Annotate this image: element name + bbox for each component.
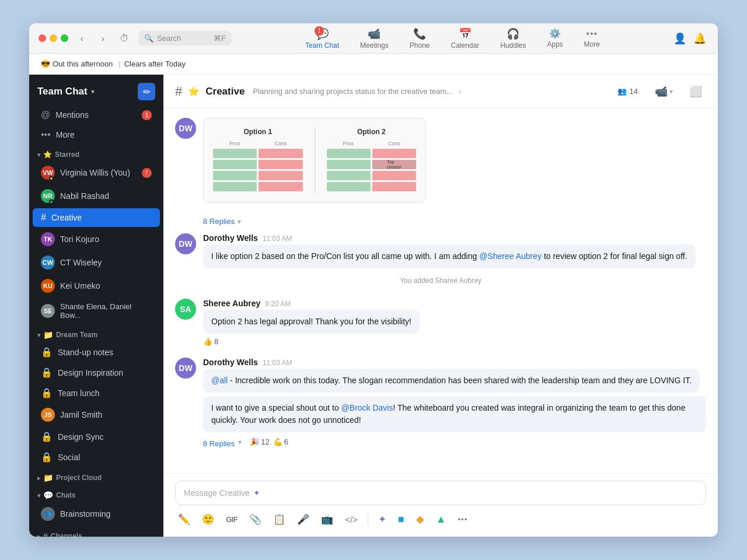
replies-button-3[interactable]: 8 Replies (203, 439, 235, 448)
sidebar-item-mentions[interactable]: @ Mentions 1 (33, 106, 160, 124)
chats-label: Chats (56, 491, 75, 499)
avatar-shante: SE (41, 304, 55, 318)
search-shortcut: ⌘F (214, 34, 226, 43)
nav-item-huddles[interactable]: 🎧 Huddles (492, 25, 534, 52)
msg-time-2: 9:20 AM (265, 300, 291, 308)
sidebar-item-kei[interactable]: KU Kei Umeko (33, 275, 160, 297)
gif-button[interactable]: GIF (224, 513, 239, 526)
ai-button[interactable]: ✦ (376, 512, 388, 527)
titlebar-right: 👤 🔔 (673, 32, 708, 45)
chats-section[interactable]: ▾ 💬 Chats (29, 485, 163, 502)
nav-item-meetings[interactable]: 📹 Meetings (352, 25, 397, 52)
virginia-badge: ! (142, 168, 152, 178)
minimize-button[interactable] (50, 34, 57, 42)
nav-item-calendar[interactable]: 📅 Calendar (443, 25, 488, 52)
sidebar-item-more[interactable]: ••• More (33, 125, 160, 144)
history-button[interactable]: ⏱ (116, 30, 132, 47)
creative-label: Creative (51, 213, 82, 222)
msg-bubble-3b: I want to give a special shout out to @B… (203, 396, 706, 432)
messages-area[interactable]: DW Option 1 Pros (163, 108, 718, 473)
avatar-jamil: JS (41, 408, 55, 422)
nav-item-more[interactable]: ••• More (576, 26, 608, 51)
more-dots-icon: ••• (41, 130, 51, 140)
sidebar-item-shante[interactable]: SE Shante Elena, Daniel Bow... (33, 298, 160, 324)
option1-col: Option 1 Pros Cons (213, 128, 303, 193)
sidebar-item-team-lunch[interactable]: 🔒 Team lunch (33, 383, 160, 402)
clip-button[interactable]: 📋 (271, 512, 287, 527)
ct-label: CT Wiseley (60, 258, 102, 267)
traffic-lights (39, 34, 68, 42)
video-call-button[interactable]: 📹 ▾ (651, 82, 677, 101)
search-bar[interactable]: 🔍 Search ⌘F (138, 31, 232, 46)
avatar-ct: CW (41, 256, 55, 270)
sidebar-item-brainstorming[interactable]: 👥 Brainstorming (33, 503, 160, 525)
sidebar-item-virginia[interactable]: VW Virginia Willis (You) ! (33, 162, 160, 184)
format-button[interactable]: ✏️ (176, 512, 192, 527)
project-cloud-section[interactable]: ▸ 📁 Project Cloud (29, 467, 163, 485)
attach-button[interactable]: 📎 (247, 512, 263, 527)
option2-col-labels: Pros Cons (327, 141, 417, 146)
emoji-button[interactable]: 🙂 (200, 512, 216, 527)
bell-icon[interactable]: 🔔 (693, 32, 706, 45)
maximize-button[interactable] (61, 34, 68, 42)
code-button[interactable]: </> (343, 513, 359, 526)
members-button[interactable]: 👥 14 (613, 84, 643, 99)
meetings-label: Meetings (360, 41, 389, 50)
more-toolbar-button[interactable]: ••• (456, 513, 470, 526)
calendar-icon: 📅 (459, 27, 472, 40)
ai-sparkle-icon: ✦ (253, 488, 260, 498)
channels-section[interactable]: ▸ # Channels (29, 526, 163, 537)
titlebar: ‹ › ⏱ 🔍 Search ⌘F 💬 1 Team Chat 📹 Meetin… (29, 23, 718, 54)
expand-button[interactable]: ⬜ (685, 82, 706, 101)
screen-button[interactable]: 📺 (319, 512, 335, 527)
nabil-label: Nabil Rashad (60, 191, 109, 201)
folder-icon: 📁 (43, 330, 53, 340)
nav-item-phone[interactable]: 📞 Phone (402, 25, 438, 52)
app3-button[interactable]: ▲ (434, 512, 448, 527)
thumbs-up-count: 8 (214, 337, 218, 346)
sidebar-item-tori[interactable]: TK Tori Kojuro (33, 228, 160, 250)
option2-col: Option 2 Pros Cons Topchoice! (327, 128, 417, 193)
compose-button[interactable]: ✏ (138, 83, 155, 100)
reaction-party[interactable]: 🎉 12 (250, 438, 269, 446)
sidebar-item-ct[interactable]: CW CT Wiseley (33, 251, 160, 274)
sidebar-item-standup[interactable]: 🔒 Stand-up notes (33, 342, 160, 362)
avatar-dorothy-1b: DW (175, 233, 196, 254)
channel-desc-expand[interactable]: › (459, 87, 461, 96)
sidebar-item-creative[interactable]: # Creative (33, 208, 160, 227)
apps-label: Apps (547, 40, 563, 48)
sidebar-item-nabil[interactable]: NR Nabil Rashad (33, 185, 160, 207)
mic-button[interactable]: 🎤 (295, 512, 311, 527)
forward-button[interactable]: › (95, 31, 110, 46)
sidebar-item-design-inspiration[interactable]: 🔒 Design Inspiration (33, 363, 160, 382)
option1-col-labels: Pros Cons (213, 141, 303, 146)
reaction-muscle[interactable]: 💪 6 (273, 438, 288, 446)
attachment-card: Option 1 Pros Cons (203, 118, 426, 203)
muscle-count: 6 (284, 438, 288, 446)
message-input[interactable]: Message Creative ✦ (175, 481, 706, 505)
sidebar-title-row[interactable]: Team Chat ▾ (37, 86, 95, 97)
avatar-nabil: NR (41, 189, 55, 203)
app1-button[interactable]: ■ (396, 512, 406, 527)
nav-item-apps[interactable]: ⚙️ Apps (539, 26, 571, 51)
close-button[interactable] (39, 34, 46, 42)
members-count: 14 (630, 87, 638, 96)
status-secondary: Clears after Today (124, 60, 186, 68)
nav-item-team-chat[interactable]: 💬 1 Team Chat (297, 25, 347, 52)
starred-section[interactable]: ▾ ⭐ Starred (29, 145, 163, 161)
brainstorming-label: Brainstorming (60, 509, 110, 519)
col2-pros: Pros (327, 141, 371, 146)
sidebar-item-jamil[interactable]: JS Jamil Smith (33, 404, 160, 426)
profile-icon[interactable]: 👤 (673, 32, 686, 45)
col-pros: Pros (213, 141, 257, 146)
back-button[interactable]: ‹ (74, 31, 89, 46)
channel-hash-icon: # (175, 84, 182, 99)
reaction-thumbs-up[interactable]: 👍 8 (203, 337, 218, 346)
sidebar-item-design-sync[interactable]: 🔒 Design Sync (33, 427, 160, 446)
msg-author-1: Dorothy Wells (203, 233, 258, 243)
dream-team-section[interactable]: ▾ 📁 Dream Team (29, 324, 163, 342)
app2-button[interactable]: ◆ (414, 511, 426, 527)
replies-button-1[interactable]: 8 Replies (203, 217, 235, 226)
sidebar-item-social[interactable]: 🔒 Social (33, 447, 160, 467)
channel-header: # ⭐ Creative Planning and sharing projec… (163, 75, 718, 108)
